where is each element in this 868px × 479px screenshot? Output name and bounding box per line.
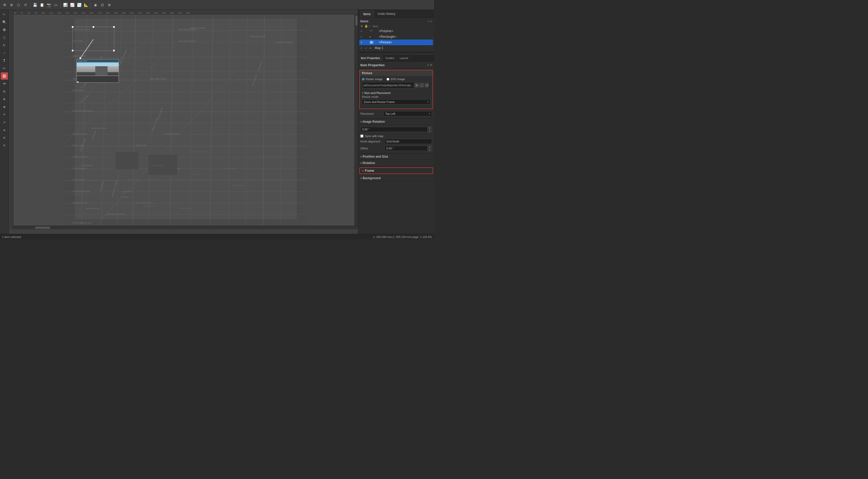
text-tool[interactable]: T — [1, 57, 8, 64]
tab-layout[interactable]: Layout — [397, 55, 411, 61]
toolbar-refresh[interactable]: ↺ — [22, 2, 29, 8]
table-tool[interactable]: ⊞ — [1, 88, 8, 95]
clear-file-btn[interactable]: ✕ — [414, 83, 419, 88]
tab-items[interactable]: Items — [360, 11, 374, 18]
edit-nodes-tool[interactable]: ⬡ — [1, 34, 8, 41]
toolbar-copy[interactable]: 📋 — [39, 2, 45, 8]
toolbar-extra3[interactable]: ⊗ — [106, 2, 113, 8]
svg-radio-label[interactable]: SVG image — [386, 78, 405, 81]
rotation-up[interactable]: ▲ — [428, 126, 432, 129]
h-scrollbar[interactable] — [13, 226, 358, 229]
toolbar-measure[interactable]: 📐 — [83, 2, 89, 8]
star-tool[interactable]: ★ — [1, 103, 8, 110]
props-expand-icon[interactable]: ⤢ — [427, 64, 429, 66]
street-view-preview[interactable]: Street View — [76, 59, 119, 83]
svg-text:Hummingbird Lane: Hummingbird Lane — [73, 221, 92, 224]
offset-input[interactable] — [384, 146, 428, 151]
rotate-tool[interactable]: ↻ — [1, 41, 8, 49]
tab-guides[interactable]: Guides — [383, 55, 397, 61]
sep1 — [30, 2, 30, 7]
map-area[interactable]: 60 70 80 90 100 110 120 130 140 150 160 … — [9, 10, 358, 234]
plus-tool[interactable]: + — [1, 111, 8, 118]
item-properties-header: Item Properties ⤢ ✕ — [358, 62, 434, 69]
scale-tool[interactable]: ⤢ — [1, 49, 8, 57]
rotation-value-row: ▲ ▼ — [360, 126, 432, 133]
offset-down[interactable]: ▼ — [428, 148, 432, 151]
open-file-btn[interactable]: ↗ — [425, 83, 429, 88]
toolbar-chart3[interactable]: 📉 — [76, 2, 82, 8]
tab-item-properties[interactable]: Item Properties — [358, 55, 383, 61]
v-scrollbar[interactable] — [354, 14, 358, 226]
resize-mode-dropdown[interactable]: Zoom and Resize Frame ▾ — [362, 99, 430, 104]
tick-250: 250 — [162, 12, 165, 14]
tick-80: 80 — [28, 12, 30, 14]
picture-tool[interactable]: 🖼 — [1, 72, 8, 80]
tick-100: 100 — [41, 12, 45, 14]
offset-up[interactable]: ▲ — [428, 145, 432, 148]
atlas-tool[interactable]: ⊜ — [1, 142, 8, 149]
panel-close-icon[interactable]: ✕ — [430, 20, 432, 23]
tick-70: 70 — [21, 12, 23, 14]
toolbar-camera[interactable]: 📷 — [46, 2, 52, 8]
handle-tc[interactable] — [92, 26, 94, 28]
label-tool[interactable]: A — [1, 95, 8, 103]
toolbar-chart2[interactable]: 📈 — [69, 2, 75, 8]
toolbar-hex[interactable]: ⬡ — [16, 2, 22, 8]
props-header-icons: ⤢ ✕ — [427, 64, 432, 66]
placement-dropdown[interactable]: Top Left ▾ — [383, 111, 432, 116]
item-row-map1[interactable]: ✓ ✓ ▪ Map 1 — [359, 45, 433, 51]
tick-60: 60 — [14, 12, 16, 14]
v-scrollbar-thumb[interactable] — [355, 16, 358, 26]
pan-tool[interactable]: ✥ — [1, 26, 8, 33]
item-row-rectangle[interactable]: ✓ ▪ <Rectangle> — [359, 34, 433, 39]
toolbar-extra1[interactable]: ◉ — [92, 2, 98, 8]
draw-tool[interactable]: ✏ — [1, 65, 8, 72]
props-close-icon[interactable]: ✕ — [430, 64, 432, 66]
rotation-header[interactable]: Rotation — [358, 160, 434, 166]
north-alignment-value: Grid North — [384, 139, 432, 144]
toolbar-settings[interactable]: ⚙ — [2, 2, 8, 8]
svg-radio[interactable] — [386, 78, 389, 81]
add-map-tool[interactable]: 🗺 — [1, 80, 8, 87]
rotation-down[interactable]: ▼ — [428, 129, 432, 132]
node-tool[interactable]: ⊛ — [1, 134, 8, 141]
map-canvas[interactable]: West Short Street East Short Street Elm … — [13, 14, 358, 229]
icon-picture: 🖼 — [370, 41, 374, 44]
handle-bl[interactable] — [72, 50, 74, 52]
shape-tool[interactable]: ◈ — [1, 126, 8, 133]
toolbar-chart1[interactable]: 📊 — [62, 2, 68, 8]
image-rotation-header[interactable]: Image Rotation — [358, 119, 434, 125]
toolbar-rect[interactable]: ▭ — [53, 2, 59, 8]
handle-tr[interactable] — [113, 26, 115, 28]
picture-frame-box[interactable] — [72, 27, 114, 51]
handle-br[interactable] — [113, 50, 115, 52]
background-header[interactable]: Background — [358, 175, 434, 181]
icon-polyline: 〰 — [370, 29, 374, 33]
handle-tl[interactable] — [72, 26, 74, 28]
browse-file-btn[interactable]: … — [420, 83, 424, 88]
sync-map-checkbox[interactable] — [360, 134, 364, 138]
item-row-picture[interactable]: ✓ 🖼 <Picture> — [359, 39, 433, 45]
lock-map1: ✓ — [365, 47, 369, 50]
status-right: x: 282.658 mm y: 200.134 mm page: 1 126.… — [373, 235, 432, 238]
raster-radio[interactable] — [362, 78, 365, 81]
picture-section-content: Raster image SVG image yd/Documents/Yoda… — [360, 76, 432, 108]
h-scrollbar-thumb[interactable] — [35, 227, 50, 229]
toolbar-extra2[interactable]: ⊡ — [99, 2, 105, 8]
position-size-header[interactable]: Position and Size — [358, 153, 434, 160]
handle-bc[interactable] — [77, 81, 79, 83]
arrow-tool[interactable]: ↗ — [1, 119, 8, 126]
panel-expand-icon[interactable]: ⤢ — [427, 20, 429, 23]
tick-90: 90 — [35, 12, 37, 14]
raster-radio-label[interactable]: Raster image — [362, 78, 382, 81]
rotation-input[interactable] — [360, 127, 428, 132]
tick-270: 270 — [178, 12, 182, 14]
toolbar-save[interactable]: 💾 — [32, 2, 38, 8]
item-row-polyline[interactable]: ✓ 〰 <Polyline> — [359, 28, 433, 34]
right-panel: Items Undo History Items ⤢ ✕ 👁 🔒 □ Item — [358, 10, 434, 234]
toolbar-search[interactable]: ⊕ — [8, 2, 14, 8]
offset-row: Offset ▲ ▼ — [360, 145, 432, 152]
cursor-tool[interactable]: ↖ — [1, 11, 8, 18]
zoom-tool[interactable]: 🔍 — [1, 19, 8, 26]
tab-undo-history[interactable]: Undo History — [374, 11, 398, 18]
